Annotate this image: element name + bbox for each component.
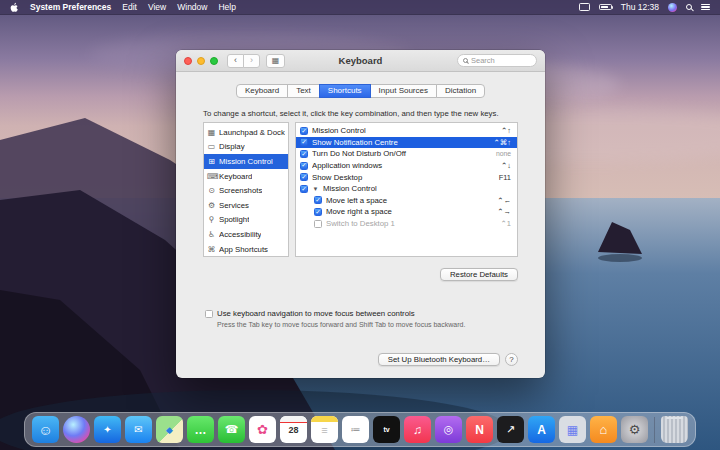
tab-keyboard[interactable]: Keyboard bbox=[236, 84, 288, 98]
traffic-lights bbox=[184, 57, 218, 65]
shortcut-row-move-right-space[interactable]: Move right a space ⌃→ bbox=[296, 206, 517, 218]
display-status-icon[interactable] bbox=[579, 3, 590, 11]
shortcut-row-move-left-space[interactable]: Move left a space ⌃← bbox=[296, 195, 517, 207]
menu-window[interactable]: Window bbox=[177, 2, 207, 12]
display-icon: ▭ bbox=[207, 142, 216, 151]
shortcut-row-show-desktop[interactable]: Show Desktop F11 bbox=[296, 171, 517, 183]
menu-app-name[interactable]: System Preferences bbox=[30, 2, 111, 12]
instruction-text: To change a shortcut, select it, click t… bbox=[203, 109, 518, 118]
dock-trash[interactable] bbox=[661, 416, 688, 443]
sidebar-item-launchpad-dock[interactable]: ▦ Launchpad & Dock bbox=[204, 125, 288, 140]
tab-bar: Keyboard Text Shortcuts Input Sources Di… bbox=[176, 84, 545, 98]
dock-finder[interactable]: ☺ bbox=[32, 416, 59, 443]
battery-icon[interactable] bbox=[599, 4, 612, 11]
tab-dictation[interactable]: Dictation bbox=[436, 84, 485, 98]
checkbox-show-notification-centre[interactable] bbox=[300, 138, 308, 146]
search-field[interactable] bbox=[457, 54, 537, 67]
dock-music[interactable]: ♫ bbox=[404, 416, 431, 443]
dock-separator bbox=[654, 417, 655, 443]
back-button[interactable]: ‹ bbox=[227, 54, 244, 68]
spotlight-category-icon: ⚲ bbox=[207, 215, 216, 224]
dock-stocks[interactable]: ↗ bbox=[497, 416, 524, 443]
keyboard-navigation-checkbox[interactable] bbox=[205, 310, 213, 318]
dock-home[interactable]: ⌂ bbox=[590, 416, 617, 443]
window-titlebar[interactable]: ‹ › ▦ Keyboard bbox=[176, 50, 545, 72]
search-input[interactable] bbox=[471, 56, 531, 65]
mission-control-icon: ⊞ bbox=[207, 157, 216, 166]
shortcut-row-do-not-disturb[interactable]: Turn Do Not Disturb On/Off none bbox=[296, 148, 517, 160]
menu-bar: System Preferences Edit View Window Help… bbox=[0, 0, 720, 15]
shortcut-row-application-windows[interactable]: Application windows ⌃↓ bbox=[296, 160, 517, 172]
launchpad-dock-icon: ▦ bbox=[207, 128, 216, 137]
accessibility-icon: ♿ bbox=[207, 230, 216, 239]
sidebar-item-screenshots[interactable]: ⊙ Screenshots bbox=[204, 183, 288, 198]
checkbox-mission-control[interactable] bbox=[300, 127, 308, 135]
dock-notes[interactable]: ≡ bbox=[311, 416, 338, 443]
help-button[interactable]: ? bbox=[505, 353, 518, 366]
shortcut-row-mission-control[interactable]: Mission Control ⌃↑ bbox=[296, 125, 517, 137]
notification-center-icon[interactable] bbox=[701, 4, 710, 11]
dock-calendar[interactable]: 28 bbox=[280, 416, 307, 443]
restore-defaults-button[interactable]: Restore Defaults bbox=[440, 268, 518, 281]
shortcut-category-list: ▦ Launchpad & Dock ▭ Display ⊞ Mission C… bbox=[203, 122, 289, 257]
shortcut-row-show-notification-centre[interactable]: Show Notification Centre ⌃⌘↑ bbox=[296, 137, 517, 149]
app-shortcuts-icon: ⌘ bbox=[207, 245, 216, 254]
sidebar-item-mission-control[interactable]: ⊞ Mission Control bbox=[204, 154, 288, 169]
screenshots-icon: ⊙ bbox=[207, 186, 216, 195]
dock-photos[interactable]: ✿ bbox=[249, 416, 276, 443]
dock-messages[interactable]: … bbox=[187, 416, 214, 443]
dock: ☺ ✦ ✉ ◆ … ☎ ✿ 28 ≡ ≔ tv ♫ ◎ N ↗ A ▦ ⌂ ⚙ bbox=[24, 412, 696, 447]
shortcut-row-mission-control-group[interactable]: ▼ Mission Control bbox=[296, 183, 517, 195]
minimize-button[interactable] bbox=[197, 57, 205, 65]
close-button[interactable] bbox=[184, 57, 192, 65]
dock-launchpad[interactable]: ▦ bbox=[559, 416, 586, 443]
menu-view[interactable]: View bbox=[148, 2, 166, 12]
tab-shortcuts[interactable]: Shortcuts bbox=[319, 84, 371, 98]
spotlight-icon[interactable] bbox=[686, 4, 692, 10]
checkbox-move-left-space[interactable] bbox=[314, 196, 322, 204]
sidebar-item-display[interactable]: ▭ Display bbox=[204, 140, 288, 155]
dock-mail[interactable]: ✉ bbox=[125, 416, 152, 443]
nav-buttons: ‹ › bbox=[227, 54, 260, 68]
checkbox-move-right-space[interactable] bbox=[314, 208, 322, 216]
checkbox-show-desktop[interactable] bbox=[300, 173, 308, 181]
shortcut-row-switch-desktop-1[interactable]: Switch to Desktop 1 ⌃1 bbox=[296, 218, 517, 230]
sidebar-item-services[interactable]: ⚙ Services bbox=[204, 198, 288, 213]
forward-button[interactable]: › bbox=[243, 54, 260, 68]
zoom-button[interactable] bbox=[210, 57, 218, 65]
dock-tv[interactable]: tv bbox=[373, 416, 400, 443]
dock-safari[interactable]: ✦ bbox=[94, 416, 121, 443]
sidebar-item-keyboard[interactable]: ⌨ Keyboard bbox=[204, 169, 288, 184]
dock-podcasts[interactable]: ◎ bbox=[435, 416, 462, 443]
show-all-preferences-button[interactable]: ▦ bbox=[266, 54, 285, 68]
keyboard-navigation-label: Use keyboard navigation to move focus be… bbox=[217, 309, 415, 318]
tab-input-sources[interactable]: Input Sources bbox=[370, 84, 437, 98]
shortcut-list: Mission Control ⌃↑ Show Notification Cen… bbox=[295, 122, 518, 257]
dock-app-store[interactable]: A bbox=[528, 416, 555, 443]
dock-news[interactable]: N bbox=[466, 416, 493, 443]
checkbox-do-not-disturb[interactable] bbox=[300, 150, 308, 158]
menu-edit[interactable]: Edit bbox=[122, 2, 137, 12]
dock-siri[interactable] bbox=[63, 416, 90, 443]
sidebar-item-accessibility[interactable]: ♿ Accessibility bbox=[204, 227, 288, 242]
checkbox-application-windows[interactable] bbox=[300, 162, 308, 170]
siri-icon[interactable] bbox=[668, 3, 677, 12]
system-preferences-window: ‹ › ▦ Keyboard Keyboard Text Shortcuts I… bbox=[176, 50, 545, 378]
sidebar-item-spotlight[interactable]: ⚲ Spotlight bbox=[204, 213, 288, 228]
dock-reminders[interactable]: ≔ bbox=[342, 416, 369, 443]
set-up-bluetooth-keyboard-button[interactable]: Set Up Bluetooth Keyboard… bbox=[378, 353, 500, 366]
menu-help[interactable]: Help bbox=[218, 2, 235, 12]
search-icon bbox=[463, 58, 468, 63]
sidebar-item-app-shortcuts[interactable]: ⌘ App Shortcuts bbox=[204, 242, 288, 257]
checkbox-mission-control-group[interactable] bbox=[300, 185, 308, 193]
dock-system-preferences[interactable]: ⚙ bbox=[621, 416, 648, 443]
menu-clock[interactable]: Thu 12:38 bbox=[621, 2, 659, 12]
tab-text[interactable]: Text bbox=[287, 84, 320, 98]
dock-maps[interactable]: ◆ bbox=[156, 416, 183, 443]
apple-menu-icon[interactable] bbox=[10, 2, 19, 13]
keyboard-icon: ⌨ bbox=[207, 172, 216, 181]
checkbox-switch-desktop-1[interactable] bbox=[314, 220, 322, 228]
dock-facetime[interactable]: ☎ bbox=[218, 416, 245, 443]
disclosure-triangle-icon[interactable]: ▼ bbox=[312, 186, 319, 192]
keyboard-navigation-help-text: Press the Tab key to move focus forward … bbox=[217, 321, 545, 328]
